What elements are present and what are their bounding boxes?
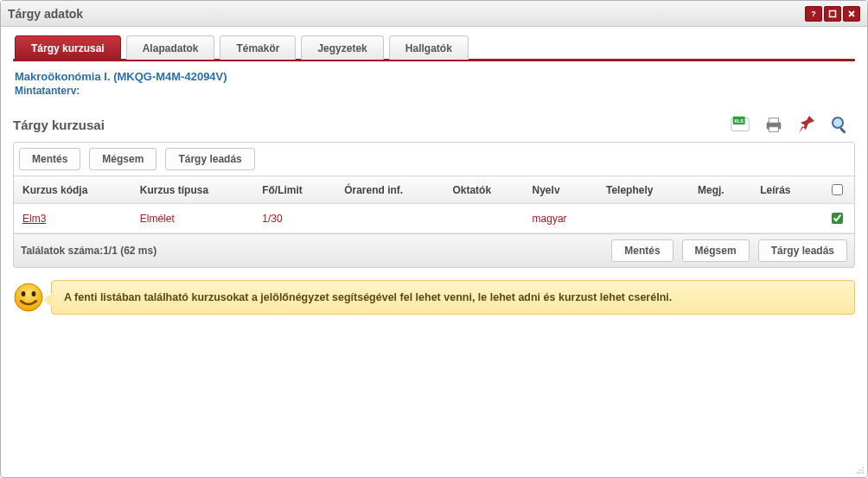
grid-footer: Találatok száma:1/1 (62 ms) Mentés Mégse… [14, 233, 854, 267]
bottom-button-row: Mentés Mégsem Tárgy leadás [611, 239, 847, 262]
pin-icon[interactable] [796, 114, 817, 135]
tab-topic[interactable]: Témakör [220, 35, 296, 60]
tab-basedata[interactable]: Alapadatok [126, 35, 215, 60]
cell-select [820, 204, 854, 233]
svg-point-17 [859, 472, 861, 474]
svg-rect-6 [769, 118, 778, 124]
tip-callout: A fenti listában található kurzusokat a … [51, 280, 855, 315]
print-icon[interactable] [763, 114, 784, 135]
table-row: Elm3 Elmélet 1/30 magyar [14, 204, 854, 233]
svg-point-13 [862, 467, 864, 468]
cell-limit: 1/30 [253, 204, 335, 233]
dialog-window: Tárgy adatok ? Tárgy kurzusai Alapadatok… [0, 0, 868, 478]
cell-language: magyar [524, 204, 597, 233]
subject-link[interactable]: Makroökonómia I. (MKQG-M4M-42094V) [15, 70, 227, 83]
svg-rect-7 [769, 127, 778, 132]
col-site[interactable]: Telephely [597, 176, 689, 204]
svg-point-12 [32, 291, 36, 296]
subject-block: Makroökonómia I. (MKQG-M4M-42094V) Minta… [15, 70, 853, 97]
svg-point-18 [862, 472, 864, 474]
titlebar: Tárgy adatok ? [1, 1, 867, 27]
svg-rect-9 [839, 127, 846, 134]
drop-button-top[interactable]: Tárgy leadás [165, 148, 254, 170]
grid-panel: Mentés Mégsem Tárgy leadás Kurzus kódja … [13, 142, 855, 268]
cell-timetable [335, 204, 444, 233]
table-header-row: Kurzus kódja Kurzus típusa Fő/Limit Órar… [14, 176, 854, 204]
svg-rect-1 [830, 10, 836, 16]
tab-courses[interactable]: Tárgy kurzusai [15, 35, 121, 60]
smiley-icon [13, 282, 44, 313]
col-select [820, 176, 854, 204]
course-code-link[interactable]: Elm3 [22, 213, 46, 225]
col-timetable[interactable]: Órarend inf. [335, 176, 444, 204]
cell-teachers [444, 204, 523, 233]
row-select-checkbox[interactable] [832, 213, 843, 224]
cell-note [689, 204, 751, 233]
section-header: Tárgy kurzusai XLS [13, 114, 855, 135]
svg-text:?: ? [811, 10, 816, 18]
xls-icon[interactable]: XLS [731, 114, 751, 135]
save-button-bottom[interactable]: Mentés [611, 239, 673, 262]
col-note[interactable]: Megj. [689, 176, 751, 204]
tip-text: A fenti listában található kurzusokat a … [64, 291, 672, 303]
col-teachers[interactable]: Oktatók [444, 176, 523, 204]
window-buttons: ? [805, 6, 860, 22]
dialog-body: Tárgy kurzusai Alapadatok Témakör Jegyze… [1, 27, 867, 477]
svg-point-15 [862, 469, 864, 471]
cell-site [597, 204, 689, 233]
courses-table: Kurzus kódja Kurzus típusa Fő/Limit Órar… [14, 175, 854, 233]
select-all-checkbox[interactable] [832, 184, 843, 195]
toolbar-icons: XLS [731, 114, 855, 135]
col-language[interactable]: Nyelv [524, 176, 597, 204]
svg-point-11 [22, 291, 26, 296]
help-button[interactable]: ? [805, 6, 822, 22]
svg-point-16 [857, 472, 858, 474]
tip-wrapper: A fenti listában található kurzusokat a … [13, 280, 855, 315]
svg-point-8 [833, 118, 843, 128]
col-desc[interactable]: Leírás [751, 176, 820, 204]
col-type[interactable]: Kurzus típusa [131, 176, 253, 204]
cell-type: Elmélet [131, 204, 253, 233]
result-count: Találatok száma:1/1 (62 ms) [21, 245, 611, 257]
window-title: Tárgy adatok [8, 7, 805, 21]
tab-students[interactable]: Hallgatók [389, 35, 469, 60]
tab-notes[interactable]: Jegyzetek [301, 35, 383, 60]
svg-point-10 [15, 284, 42, 311]
save-button-top[interactable]: Mentés [19, 148, 80, 170]
cell-desc [751, 204, 820, 233]
cell-code: Elm3 [14, 204, 131, 233]
top-button-row: Mentés Mégsem Tárgy leadás [14, 143, 854, 175]
col-limit[interactable]: Fő/Limit [253, 176, 335, 204]
search-icon[interactable] [829, 114, 850, 135]
curriculum-label: Mintatanterv: [15, 85, 853, 97]
svg-text:XLS: XLS [734, 118, 744, 124]
cancel-button-bottom[interactable]: Mégsem [682, 239, 750, 262]
close-button[interactable] [843, 6, 860, 22]
col-code[interactable]: Kurzus kódja [14, 176, 131, 204]
drop-button-bottom[interactable]: Tárgy leadás [758, 239, 847, 262]
resize-handle[interactable] [854, 464, 865, 475]
cancel-button-top[interactable]: Mégsem [89, 148, 156, 170]
tabstrip: Tárgy kurzusai Alapadatok Témakör Jegyze… [13, 35, 855, 60]
section-title: Tárgy kurzusai [13, 118, 731, 132]
maximize-button[interactable] [824, 6, 841, 22]
svg-point-14 [859, 469, 861, 471]
